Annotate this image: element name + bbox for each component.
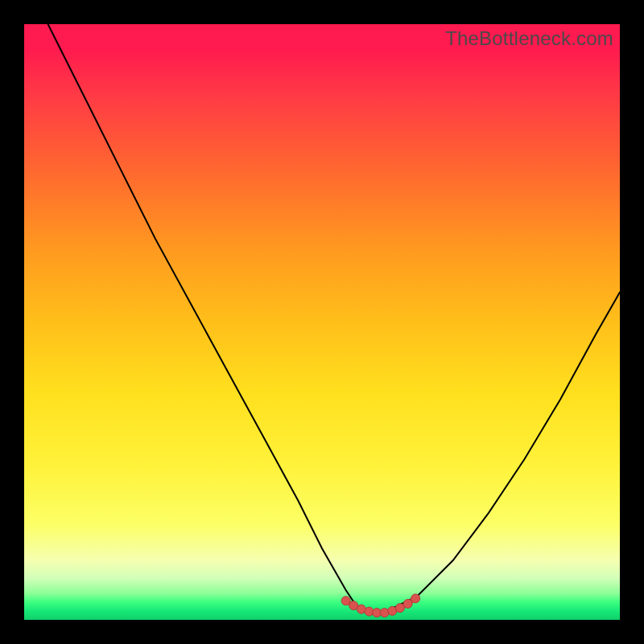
valley-marker <box>403 600 412 609</box>
curve-layer <box>24 24 620 620</box>
chart-frame: TheBottleneck.com <box>0 0 644 644</box>
valley-marker <box>395 604 404 613</box>
valley-marker-group <box>341 594 420 617</box>
valley-marker <box>411 594 420 603</box>
valley-marker <box>341 597 350 605</box>
plot-area: TheBottleneck.com <box>24 24 620 620</box>
bottleneck-curve-path <box>48 24 620 614</box>
